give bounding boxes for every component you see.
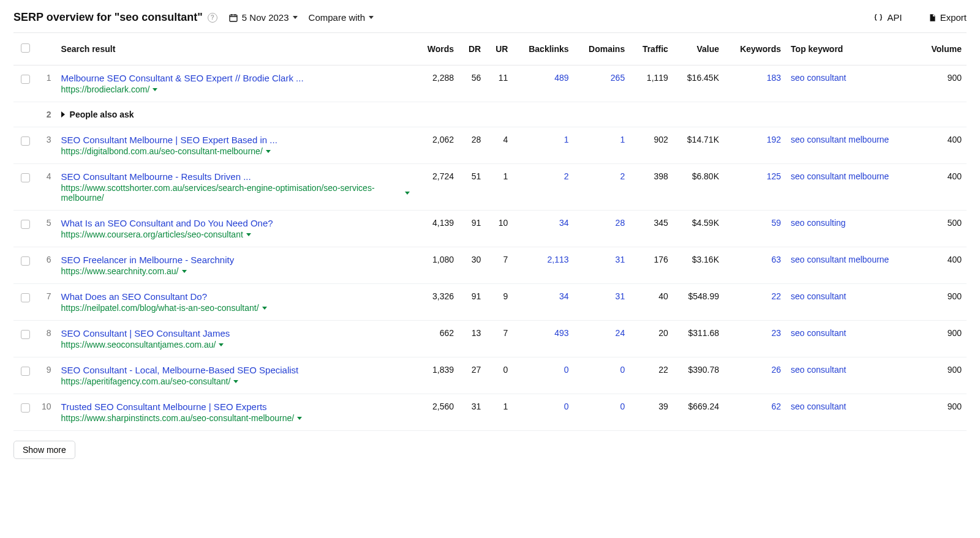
result-title-link[interactable]: What Is an SEO Consultant and Do You Nee… [61,218,410,228]
help-icon[interactable]: ? [208,13,217,23]
cell-top-keyword[interactable]: seo consultant melbourne [786,127,918,164]
compare-with-dropdown[interactable]: Compare with [309,12,374,23]
result-url-dropdown[interactable]: https://www.seoconsultantjames.com.au/ [61,340,224,349]
cell-top-keyword[interactable]: seo consultant [786,357,918,394]
cell-domains[interactable]: 28 [574,211,630,247]
cell-keywords[interactable]: 63 [724,247,786,284]
col-ur[interactable]: UR [486,33,513,65]
cell-volume: 900 [918,65,967,102]
col-value[interactable]: Value [673,33,724,65]
cell-keywords[interactable]: 22 [724,284,786,321]
result-url-text: https://www.seoconsultantjames.com.au/ [61,340,216,349]
col-dr[interactable]: DR [459,33,486,65]
result-url-dropdown[interactable]: https://digitalbond.com.au/seo-consultan… [61,146,271,156]
export-button[interactable]: Export [928,12,967,23]
cell-backlinks[interactable]: 2,113 [513,247,573,284]
cell-backlinks[interactable]: 34 [513,284,573,321]
cell-ur: 9 [486,284,513,321]
row-checkbox[interactable] [21,403,30,413]
col-domains[interactable]: Domains [574,33,630,65]
cell-keywords[interactable]: 62 [724,394,786,431]
result-title-link[interactable]: SEO Consultant | SEO Consultant James [61,328,410,338]
braces-icon [873,13,883,23]
result-title-link[interactable]: SEO Consultant Melbourne - Results Drive… [61,171,410,182]
cell-value: $669.24 [673,394,724,431]
result-title-link[interactable]: Trusted SEO Consultant Melbourne | SEO E… [61,402,410,412]
show-more-button[interactable]: Show more [13,441,75,459]
cell-value: $390.78 [673,357,724,394]
cell-keywords[interactable]: 59 [724,211,786,247]
api-button[interactable]: API [873,12,902,23]
cell-backlinks[interactable]: 34 [513,211,573,247]
col-traffic[interactable]: Traffic [630,33,673,65]
cell-backlinks[interactable]: 1 [513,127,573,164]
col-search-result[interactable]: Search result [56,33,415,65]
cell-top-keyword[interactable]: seo consultant [786,284,918,321]
row-checkbox[interactable] [21,136,30,146]
cell-top-keyword[interactable]: seo consultant [786,394,918,431]
cell-domains[interactable]: 31 [574,247,630,284]
cell-backlinks[interactable]: 493 [513,321,573,357]
col-volume[interactable]: Volume [918,33,967,65]
col-words[interactable]: Words [415,33,459,65]
col-backlinks[interactable]: Backlinks [513,33,573,65]
chevron-down-icon [369,16,374,19]
row-checkbox[interactable] [21,256,30,266]
cell-ur: 4 [486,127,513,164]
cell-top-keyword[interactable]: seo consultant melbourne [786,247,918,284]
select-all-checkbox[interactable] [21,43,30,53]
cell-value: $14.71K [673,127,724,164]
cell-volume: 900 [918,321,967,357]
cell-backlinks[interactable]: 2 [513,164,573,211]
cell-domains[interactable]: 0 [574,394,630,431]
cell-dr: 30 [459,247,486,284]
result-url-text: https://www.sharpinstincts.com.au/seo-co… [61,413,295,423]
row-position: 10 [37,394,56,431]
row-checkbox[interactable] [21,367,30,376]
cell-top-keyword[interactable]: seo consultant [786,65,918,102]
cell-keywords[interactable]: 183 [724,65,786,102]
cell-top-keyword[interactable]: seo consulting [786,211,918,247]
result-title-link[interactable]: SEO Consultant Melbourne | SEO Expert Ba… [61,135,410,145]
cell-domains[interactable]: 24 [574,321,630,357]
cell-domains[interactable]: 265 [574,65,630,102]
row-checkbox[interactable] [21,173,30,182]
result-title-link[interactable]: What Does an SEO Consultant Do? [61,291,410,302]
cell-domains[interactable]: 31 [574,284,630,321]
result-url-dropdown[interactable]: https://www.sharpinstincts.com.au/seo-co… [61,413,303,423]
cell-backlinks[interactable]: 0 [513,394,573,431]
result-url-dropdown[interactable]: https://www.searchnity.com.au/ [61,266,187,276]
result-url-text: https://brodieclark.com/ [61,84,150,94]
col-top-keyword[interactable]: Top keyword [786,33,918,65]
result-url-dropdown[interactable]: https://aperitifagency.com.au/seo-consul… [61,376,239,386]
cell-top-keyword[interactable]: seo consultant [786,321,918,357]
cell-keywords[interactable]: 192 [724,127,786,164]
result-url-dropdown[interactable]: https://www.coursera.org/articles/seo-co… [61,230,251,239]
row-checkbox[interactable] [21,293,30,302]
col-keywords[interactable]: Keywords [724,33,786,65]
result-title-link[interactable]: SEO Consultant - Local, Melbourne-Based … [61,365,410,375]
result-url-dropdown[interactable]: https://www.scottshorter.com.au/services… [61,183,410,203]
people-also-ask-toggle[interactable]: People also ask [61,110,134,119]
cell-volume: 400 [918,127,967,164]
date-picker[interactable]: 5 Nov 2023 [228,12,298,23]
row-checkbox[interactable] [21,220,30,229]
row-checkbox[interactable] [21,330,30,339]
cell-keywords[interactable]: 26 [724,357,786,394]
cell-domains[interactable]: 1 [574,127,630,164]
cell-top-keyword[interactable]: seo consultant melbourne [786,164,918,211]
cell-traffic: 398 [630,164,673,211]
cell-domains[interactable]: 0 [574,357,630,394]
result-url-dropdown[interactable]: https://neilpatel.com/blog/what-is-an-se… [61,303,267,313]
cell-backlinks[interactable]: 0 [513,357,573,394]
row-checkbox[interactable] [21,75,30,84]
result-title-link[interactable]: Melbourne SEO Consultant & SEO Expert //… [61,73,410,83]
cell-traffic: 176 [630,247,673,284]
result-title-link[interactable]: SEO Freelancer in Melbourne - Searchnity [61,255,410,265]
cell-keywords[interactable]: 23 [724,321,786,357]
cell-ur: 0 [486,357,513,394]
cell-backlinks[interactable]: 489 [513,65,573,102]
cell-domains[interactable]: 2 [574,164,630,211]
result-url-dropdown[interactable]: https://brodieclark.com/ [61,84,158,94]
cell-keywords[interactable]: 125 [724,164,786,211]
